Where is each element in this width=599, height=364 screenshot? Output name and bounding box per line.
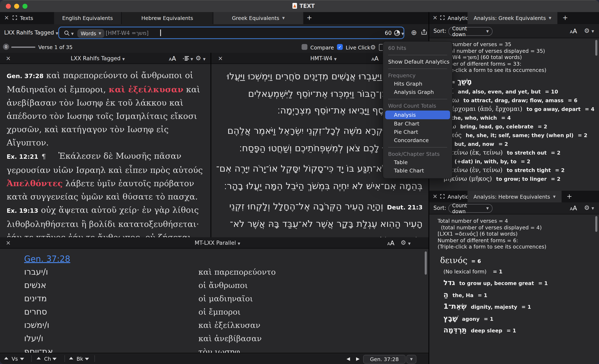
tab-hebrew-equivalents[interactable]: Hebrew Equivalents bbox=[122, 12, 212, 24]
menu-item[interactable]: Table bbox=[383, 158, 452, 167]
menu-item[interactable]: Analysis Graph bbox=[383, 88, 452, 96]
add-parallel-icon[interactable]: ⊕ bbox=[411, 28, 417, 37]
add-tab-button[interactable]: + bbox=[307, 14, 312, 22]
close-icon[interactable]: × bbox=[6, 239, 11, 246]
verse-ref[interactable]: Gen. 37:28 bbox=[7, 73, 44, 79]
verse-reference-link[interactable]: Gen. 37:28 bbox=[24, 254, 70, 264]
expand-icon[interactable] bbox=[440, 15, 445, 20]
tab-greek-equivalents[interactable]: Greek Equivalents ▼ bbox=[213, 12, 303, 24]
add-tab-button[interactable]: + bbox=[567, 192, 572, 200]
minimize-window-button[interactable] bbox=[14, 4, 19, 9]
book-down-icon[interactable] bbox=[85, 358, 89, 360]
parallel-row[interactable]: ו/יעלו καὶ ἀνεβίβασαν bbox=[0, 333, 428, 347]
parallel-row[interactable]: מדינים οἱ μαδιηναῖοι bbox=[0, 293, 428, 307]
analytics-headword[interactable]: δεινός = 6 bbox=[429, 255, 599, 265]
hmt-pane-title[interactable]: HMT-W4 ▼ bbox=[310, 55, 337, 61]
verse-slider[interactable] bbox=[11, 47, 35, 48]
verse-up-icon[interactable] bbox=[4, 357, 8, 359]
gear-icon[interactable]: ⚙ bbox=[401, 239, 406, 246]
parallel-row[interactable]: ו/ימשׁכו καὶ ἐξείλκυσαν bbox=[0, 320, 428, 333]
pie-chart-icon[interactable] bbox=[394, 30, 400, 36]
menu-item[interactable]: Bar Chart bbox=[383, 120, 452, 128]
recycle-results-icon[interactable] bbox=[421, 29, 428, 36]
menu-item[interactable]: Word Count Totals bbox=[383, 102, 452, 110]
menu-item[interactable]: Show Default Analytics bbox=[383, 58, 452, 66]
chevron-down-icon[interactable]: ▼ bbox=[71, 32, 74, 36]
menu-item[interactable]: Concordance bbox=[383, 136, 452, 144]
reference-dropdown-button[interactable]: ▼ bbox=[406, 355, 416, 364]
lexeme-entry[interactable]: ἐκτείνω (ἐκ, τείνω) to stretch out = 2 bbox=[429, 148, 599, 157]
close-icon[interactable]: × bbox=[4, 14, 9, 21]
zoom-window-button[interactable] bbox=[22, 4, 27, 9]
menu-item[interactable]: 60 hits bbox=[383, 44, 452, 52]
gear-icon[interactable]: ⚙ bbox=[584, 27, 590, 34]
search-input[interactable]: ▼ Words ▼ [HMT-W4 =משך] 60 ▼ bbox=[58, 27, 404, 39]
analytics-hebrew-content[interactable]: Total number of verses = 4 (total number… bbox=[429, 214, 599, 364]
lexeme-entry[interactable]: αὐτός he, she, it; self, same; they (whe… bbox=[429, 131, 599, 139]
lexeme-entry[interactable]: ἐν (+dat) in, with, by, to = 2 bbox=[429, 157, 599, 166]
gear-icon[interactable]: ⚙ bbox=[370, 44, 376, 51]
module-select[interactable]: LXX Rahlfs Tagged ▼ bbox=[4, 29, 58, 36]
tab-analysis-greek-equivalents[interactable]: Analysis: Greek Equivalents ▼ bbox=[467, 12, 557, 24]
next-icon[interactable]: ▶ bbox=[356, 356, 360, 362]
lxx-pane-content[interactable]: Gen. 37:28 καὶ παρεπορεύοντο οἱ ἄνθρωποι… bbox=[0, 64, 211, 237]
reference-input[interactable]: Gen. 37:28 bbox=[363, 355, 405, 364]
menu-item[interactable] bbox=[388, 147, 447, 147]
parallel-row[interactable]: את־יוסף τὸν ιωσηφ bbox=[0, 347, 428, 353]
lxx-pane-title[interactable]: LXX Rahlfs Tagged ▼ bbox=[71, 55, 125, 61]
sort-select[interactable]: Count down ▼ bbox=[449, 204, 493, 213]
lexeme-entry[interactable]: שָׁבָץ agony = 1 bbox=[429, 313, 599, 324]
lexeme-entry[interactable]: תַּרְדֵּמָה deep sleep = 1 bbox=[429, 324, 599, 336]
parallel-row[interactable]: ו/יעברו καὶ παρεπορεύοντο bbox=[0, 267, 428, 280]
menu-item[interactable]: Pie Chart bbox=[383, 128, 452, 136]
text-size-control[interactable]: AA bbox=[570, 27, 577, 35]
chevron-down-icon[interactable]: ▼ bbox=[401, 32, 404, 36]
close-icon[interactable]: × bbox=[218, 55, 223, 61]
mtlxx-pane-content[interactable]: Gen. 37:28 ו/יעברו καὶ παρεπορεύοντο אנש… bbox=[0, 249, 428, 353]
menu-item[interactable]: Hits Graph bbox=[383, 80, 452, 88]
text-size-control[interactable]: AA bbox=[371, 54, 379, 62]
lexeme-entry[interactable]: μηκύνω (μῆκος) to grow; to linger = 2 bbox=[429, 174, 599, 183]
scrollbar-thumb[interactable] bbox=[425, 251, 427, 275]
menu-item[interactable]: Analysis bbox=[385, 110, 450, 119]
close-icon[interactable]: × bbox=[6, 55, 11, 61]
verse-ref[interactable]: Ex. 12:21 bbox=[7, 153, 38, 160]
scrollbar-thumb[interactable] bbox=[595, 216, 597, 232]
gear-icon[interactable]: ⚙ bbox=[584, 204, 590, 212]
add-tab-button[interactable]: + bbox=[562, 14, 568, 22]
text-size-control[interactable]: AA bbox=[169, 54, 176, 62]
search-icon[interactable] bbox=[64, 30, 70, 36]
menu-item[interactable]: Frequency bbox=[383, 71, 452, 80]
lexeme-entry[interactable]: ὁ the, who, which = 4 bbox=[429, 113, 599, 122]
close-icon[interactable]: × bbox=[433, 14, 437, 21]
analytics-greek-content[interactable]: Total number of verses = 35 (total numbe… bbox=[429, 38, 599, 191]
lexeme-entry[interactable]: καί and, also, even, and yet, but = 10 bbox=[429, 87, 599, 96]
menu-item[interactable] bbox=[388, 55, 447, 55]
lexeme-entry[interactable]: הַ the, Ha = 1 bbox=[429, 289, 599, 301]
menu-item[interactable] bbox=[388, 99, 447, 99]
verse-down-icon[interactable] bbox=[20, 358, 24, 360]
close-icon[interactable]: × bbox=[433, 193, 437, 199]
lexeme-entry[interactable]: שְׂאֵת־1 dignity, majesty = 1 bbox=[429, 301, 599, 313]
parallel-row[interactable]: סחרים οἱ ἔμποροι bbox=[0, 307, 428, 320]
lexeme-entry[interactable]: δέ but, and, now = 2 bbox=[429, 139, 599, 148]
tab-english-equivalents[interactable]: English Equivalents bbox=[54, 12, 121, 24]
lexeme-entry[interactable]: ἐντείνω (ἐν, τείνω) to stretch tight = 2 bbox=[429, 166, 599, 174]
paragraph-format-icon[interactable] bbox=[183, 56, 189, 61]
live-click-checkbox[interactable]: ✓ bbox=[337, 44, 343, 50]
verse-ref[interactable]: Deut. 21:3 bbox=[387, 204, 423, 211]
scope-select[interactable]: Words ▼ bbox=[77, 29, 105, 38]
mtlxx-pane-title[interactable]: MT-LXX Parallel ▼ bbox=[195, 240, 240, 246]
tab-analysis-hebrew-equivalents[interactable]: Analysis: Hebrew Equivalents ▼ bbox=[467, 191, 562, 202]
sort-select[interactable]: Count down ▼ bbox=[449, 27, 493, 36]
scrollbar-thumb[interactable] bbox=[595, 40, 597, 56]
verse-ref[interactable]: Ex. 19:13 bbox=[7, 207, 38, 214]
lexeme-entry[interactable]: (No lexical form) = 1 bbox=[429, 266, 599, 277]
verse-slider-badge[interactable]: 0 bbox=[3, 44, 9, 50]
text-size-control[interactable]: AA bbox=[570, 204, 577, 212]
lexeme-entry[interactable]: ἕλκω to attract, drag, draw; flow, amass… bbox=[429, 96, 599, 104]
close-window-button[interactable] bbox=[6, 4, 11, 9]
book-up-icon[interactable] bbox=[69, 357, 73, 359]
menu-item[interactable]: Book/Chapter Stats bbox=[383, 150, 452, 158]
menu-item[interactable] bbox=[388, 68, 447, 69]
